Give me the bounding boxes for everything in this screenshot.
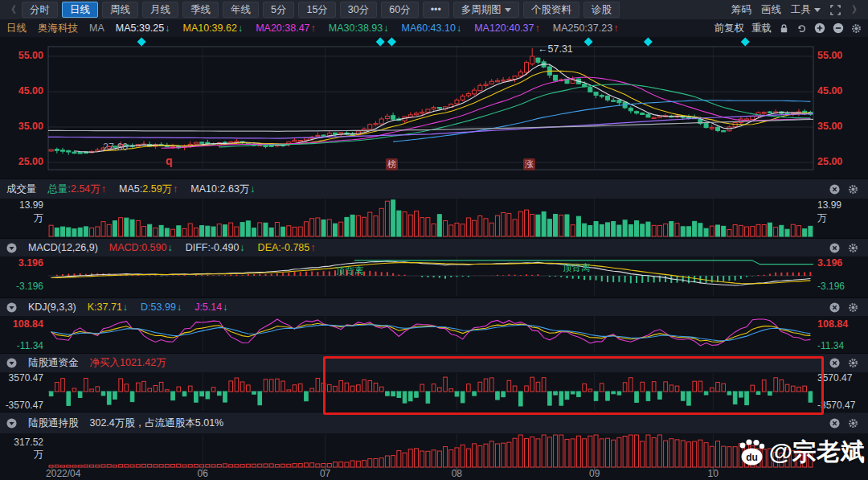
gear-icon[interactable] <box>851 23 862 34</box>
kdj-axis-top: 108.84 <box>817 318 866 330</box>
volume-axis-unit: 万 <box>0 212 43 224</box>
trading-app-window: 《 分时日线周线月线季线年线5分15分30分60分 ••• 多周期图 个股资料 … <box>0 0 868 480</box>
gear-icon[interactable] <box>848 418 858 429</box>
draw-button[interactable]: 画线 <box>761 3 781 17</box>
ma-group-label: MA <box>89 23 104 34</box>
lock-icon[interactable] <box>779 23 789 34</box>
macd-axis-bottom: -3.196 <box>0 281 43 292</box>
period-tabs: 分时日线周线月线季线年线5分15分30分60分 <box>22 2 419 18</box>
period-tab[interactable]: 月线 <box>142 2 178 18</box>
holdings-value: 302.4万股，占流通股本5.01% <box>90 416 224 430</box>
period-tab[interactable]: 15分 <box>298 2 335 18</box>
close-icon[interactable] <box>829 184 840 195</box>
stock-info-button[interactable]: 个股资料 <box>523 2 579 18</box>
period-tab[interactable]: 30分 <box>340 2 377 18</box>
macd-axis-top: 3.196 <box>817 257 866 269</box>
svg-text:du: du <box>746 451 758 462</box>
price-tick: 35.00 <box>0 121 43 132</box>
zoom-in-icon[interactable] <box>814 23 825 34</box>
chips-button[interactable]: 筹码 <box>731 3 751 17</box>
price-tick: 45.00 <box>0 85 43 96</box>
indicator-value: MA5:2.59万↑ <box>119 183 178 196</box>
diagnose-button[interactable]: 诊股 <box>583 2 620 18</box>
northbound-funds-title: 陆股通资金 <box>28 356 79 370</box>
ma-value: MA30:38.93↓ <box>329 23 389 34</box>
time-axis-label: 08 <box>452 468 462 479</box>
current-period-label: 日线 <box>6 22 27 35</box>
collapse-panel-icon[interactable] <box>6 243 17 253</box>
divergence-label: 顶背离 <box>336 265 364 277</box>
more-periods-button[interactable]: ••• <box>423 2 449 18</box>
period-tab[interactable]: 季线 <box>182 2 219 18</box>
ma-indicator-bar: 日线 奥海科技 MA MA5:39.25↓MA10:39.62↓MA20:38.… <box>0 19 868 37</box>
ma-value: MA60:43.10↓ <box>401 23 461 34</box>
chevron-down-icon <box>505 8 511 12</box>
zoom-out-icon[interactable] <box>833 23 844 34</box>
event-marker-bang[interactable]: 榜 <box>386 158 398 170</box>
period-tab[interactable]: 周线 <box>102 2 138 18</box>
funds-axis-top: 3570.47 <box>0 372 43 384</box>
price-tick: 25.00 <box>817 156 866 167</box>
collapse-panel-icon[interactable] <box>6 302 17 313</box>
gear-icon[interactable] <box>848 302 858 313</box>
event-marker-q[interactable]: q <box>166 154 173 167</box>
ma-value: MA20:38.47↑ <box>256 23 316 34</box>
period-tab[interactable]: 分时 <box>22 2 58 18</box>
period-tab[interactable]: 5分 <box>263 2 294 18</box>
gear-icon[interactable] <box>848 358 858 368</box>
low-price-annotation: 27.60 <box>103 142 128 153</box>
indicator-value: K:37.71↓ <box>88 302 128 313</box>
ma-value: MA5:39.25↓ <box>116 23 170 34</box>
price-tick: 35.00 <box>817 121 866 132</box>
volume-panel-header: 成交量 总量:2.54万↑MA5:2.59万↑MA10:2.63万↓ <box>0 178 868 199</box>
northbound-holdings-title: 陆股通持股 <box>28 416 79 430</box>
ma-values: MA5:39.25↓MA10:39.62↓MA20:38.47↑MA30:38.… <box>116 23 619 34</box>
time-axis-label: 09 <box>589 468 600 479</box>
gear-icon[interactable] <box>848 184 858 195</box>
indicator-value: DIFF:-0.490↓ <box>186 242 245 253</box>
fullscreen-icon[interactable] <box>830 5 841 15</box>
funds-axis-bottom: -3570.47 <box>817 400 866 411</box>
period-toolbar: 《 分时日线周线月线季线年线5分15分30分60分 ••• 多周期图 个股资料 … <box>0 0 868 19</box>
funds-axis-bottom: -3570.47 <box>0 400 43 411</box>
close-icon[interactable] <box>829 418 840 429</box>
event-marker-zhang[interactable]: 涨 <box>523 158 535 170</box>
period-tab[interactable]: 60分 <box>381 2 418 18</box>
multi-period-button[interactable]: 多周期图 <box>453 2 519 18</box>
holdings-axis-unit: 万 <box>0 449 43 460</box>
period-tab[interactable]: 年线 <box>223 2 259 18</box>
close-icon[interactable] <box>829 358 840 368</box>
period-tab[interactable]: 日线 <box>62 2 98 18</box>
volume-axis-value: 13.99 <box>0 199 43 211</box>
gear-icon[interactable] <box>848 243 858 253</box>
close-icon[interactable] <box>829 302 840 313</box>
adjust-mode-button[interactable]: 前复权 <box>714 22 745 35</box>
collapse-left-icon[interactable]: 《 <box>5 3 18 17</box>
kdj-panel-title: KDJ(9,3,3) <box>28 302 76 313</box>
collapse-panel-icon[interactable] <box>6 418 17 429</box>
watermark: du @宗老斌 <box>736 436 865 469</box>
ma-value: MA250:37.23↑ <box>553 23 619 34</box>
macd-values: MACD:0.590↓DIFF:-0.490↓DEA:-0.785↑ <box>109 242 316 253</box>
kdj-axis-bottom: -11.34 <box>817 340 866 351</box>
divergence-label: 顶背离 <box>563 262 591 274</box>
indicator-value: J:5.14↓ <box>194 302 227 313</box>
close-icon[interactable] <box>829 243 840 253</box>
macd-axis-bottom: -3.196 <box>817 281 866 292</box>
tools-button[interactable]: 工具 <box>791 3 821 17</box>
kdj-axis-bottom: -11.34 <box>0 340 43 351</box>
volume-values: 总量:2.54万↑MA5:2.59万↑MA10:2.63万↓ <box>48 183 256 196</box>
volume-panel-title: 成交量 <box>6 183 37 196</box>
stock-name[interactable]: 奥海科技 <box>38 22 78 35</box>
net-buy-value: 净买入1021.42万 <box>90 356 166 370</box>
expand-right-icon[interactable]: 》 <box>850 3 863 17</box>
collapse-panel-icon[interactable] <box>6 358 17 368</box>
baidu-paw-icon: du <box>736 437 767 468</box>
indicator-value: MA10:2.63万↓ <box>190 183 255 196</box>
indicator-value: 总量:2.54万↑ <box>48 183 107 196</box>
volume-axis-value: 13.99 <box>817 199 866 211</box>
time-axis-label: 2022/04 <box>46 468 80 479</box>
reload-button[interactable]: 重载 <box>751 22 772 35</box>
kdj-axis-top: 108.84 <box>0 318 43 330</box>
undo-icon[interactable] <box>796 23 807 34</box>
